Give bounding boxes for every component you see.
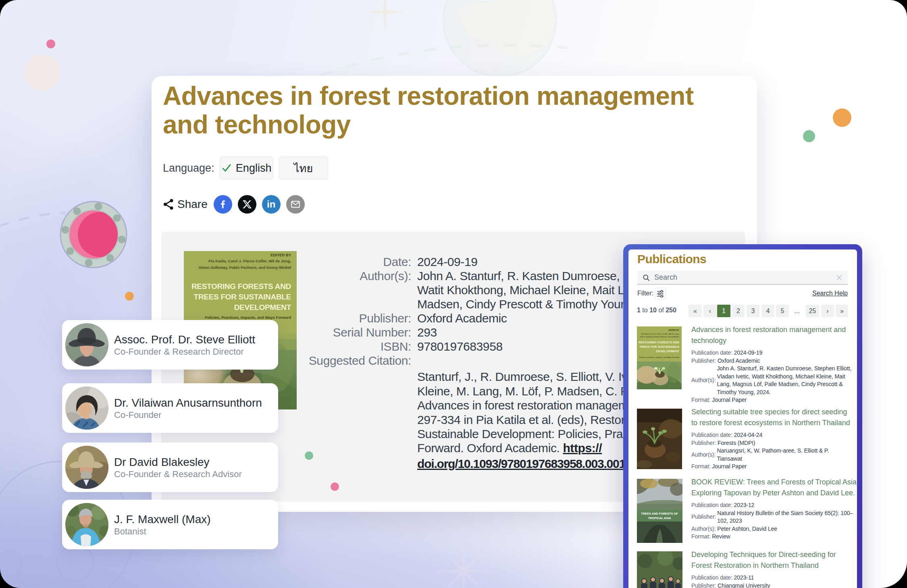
svg-text:Pia Katila, Carol J. Pierce Co: Pia Katila, Carol J. Pierce Colfer, Wil … [641,333,679,335]
svg-text:DEVELOPMENT: DEVELOPMENT [234,303,291,312]
svg-text:TREES FOR SUSTAINABLE: TREES FOR SUSTAINABLE [639,345,679,349]
svg-text:DEVELOPMENT: DEVELOPMENT [656,349,679,353]
svg-text:RESTORING FORESTS AND: RESTORING FORESTS AND [191,282,291,291]
svg-text:Glenn Galloway, Pablo Pacheco,: Glenn Galloway, Pablo Pacheco, and Georg… [199,265,291,270]
svg-text:EDITED BY: EDITED BY [270,253,291,257]
svg-text:Policies, Practices, Impacts,: Policies, Practices, Impacts, and Ways F… [205,315,291,320]
svg-text:Pia Katila, Carol J. Pierce Co: Pia Katila, Carol J. Pierce Colfer, Wil … [208,259,291,263]
svg-text:TREES FOR SUSTAINABLE: TREES FOR SUSTAINABLE [194,293,291,301]
svg-text:RESTORING FORESTS AND: RESTORING FORESTS AND [639,341,680,344]
svg-text:Glenn Galloway, Pablo Pacheco,: Glenn Galloway, Pablo Pacheco, Georg Win… [640,336,679,338]
svg-text:TREES AND FORESTS OF: TREES AND FORESTS OF [641,512,678,515]
svg-text:TROPICAL ASIA: TROPICAL ASIA [648,516,671,520]
svg-text:EDITED BY: EDITED BY [668,329,679,331]
svg-text:Policies, Practices, Impacts,: Policies, Practices, Impacts, and Ways F… [639,356,679,358]
